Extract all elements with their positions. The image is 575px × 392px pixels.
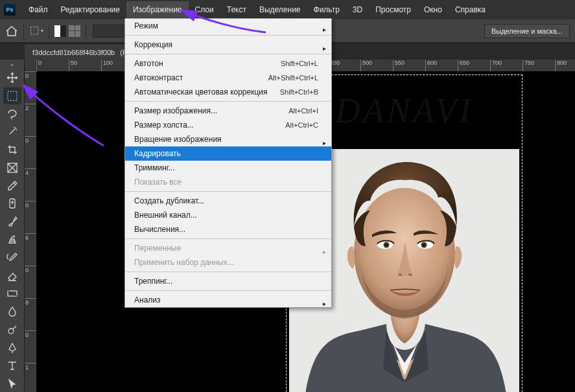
menu-item-анализ[interactable]: Анализ	[125, 293, 331, 307]
pen-tool[interactable]	[3, 340, 21, 356]
lasso-tool[interactable]	[3, 106, 21, 122]
brush-tool[interactable]	[3, 213, 21, 230]
svg-point-13	[423, 244, 425, 246]
marquee-dropdown[interactable]: ▾	[29, 24, 43, 38]
menu-item-вычисления-[interactable]: Вычисления...	[125, 222, 331, 236]
eyedropper-tool[interactable]	[3, 178, 21, 194]
menu-layers[interactable]: Слои	[189, 1, 220, 18]
feather-dropdown[interactable]	[93, 25, 125, 38]
svg-point-5	[8, 329, 14, 334]
menu-item-создать-дубликат-[interactable]: Создать дубликат...	[125, 194, 331, 208]
gradient-tool[interactable]	[3, 285, 21, 302]
menu-item-тримминг-[interactable]: Тримминг...	[125, 161, 331, 175]
document-tab-title: f3ddccfd81b668f46b3f00b	[32, 49, 115, 56]
menu-item-показать-все: Показать все	[125, 175, 331, 189]
menu-edit[interactable]: Редактирование	[54, 1, 126, 18]
home-icon[interactable]	[5, 25, 18, 37]
new-selection-icon[interactable]	[54, 25, 66, 37]
menu-item-размер-изображения-[interactable]: Размер изображения...Alt+Ctrl+I	[125, 104, 331, 118]
menu-image[interactable]: Изображение	[126, 1, 189, 18]
eraser-tool[interactable]	[3, 268, 21, 284]
menu-item-коррекция[interactable]: Коррекция	[125, 38, 331, 52]
svg-point-10	[385, 244, 388, 246]
select-and-mask-button[interactable]: Выделение и маска...	[484, 24, 570, 38]
menu-item-режим[interactable]: Режим	[125, 19, 331, 33]
add-selection-icon[interactable]	[69, 25, 80, 37]
toolbar-chevron-icon[interactable]: »	[7, 62, 18, 68]
ruler-corner	[25, 60, 36, 71]
svg-point-14	[398, 273, 402, 276]
menu-item-треппинг-[interactable]: Треппинг...	[125, 274, 331, 288]
menu-window[interactable]: Окно	[417, 1, 449, 18]
menu-item-автоматическая-цветовая-коррекция[interactable]: Автоматическая цветовая коррекцияShift+C…	[125, 85, 331, 99]
frame-tool[interactable]	[3, 159, 21, 176]
svg-rect-1	[8, 91, 17, 100]
dodge-tool[interactable]	[3, 321, 21, 338]
marquee-tool[interactable]	[3, 87, 21, 104]
menu-file[interactable]: Файл	[22, 1, 54, 18]
crop-tool[interactable]	[3, 141, 21, 158]
ruler-vertical: 02040608010121416	[25, 71, 36, 392]
image-menu-dropdown: РежимКоррекцияАвтотонShift+Ctrl+LАвтокон…	[124, 18, 332, 308]
menu-help[interactable]: Справка	[449, 1, 492, 18]
menu-select[interactable]: Выделение	[253, 1, 307, 18]
path-selection-tool[interactable]	[3, 375, 21, 392]
app-logo: Ps	[4, 4, 16, 16]
menu-text[interactable]: Текст	[220, 1, 253, 18]
blur-tool[interactable]	[3, 303, 21, 320]
menu-item-вращение-изображения[interactable]: Вращение изображения	[125, 132, 331, 146]
history-brush-tool[interactable]	[3, 249, 21, 266]
menu-view[interactable]: Просмотр	[369, 1, 417, 18]
menu-item-внешний-канал-[interactable]: Внешний канал...	[125, 208, 331, 222]
menu-item-применить-набор-данных-: Применить набор данных...	[125, 255, 331, 270]
menu-item-переменные: Переменные	[125, 241, 331, 255]
menu-filter[interactable]: Фильтр	[307, 1, 346, 18]
move-tool[interactable]	[3, 69, 21, 86]
menubar: Ps Файл Редактирование Изображение Слои …	[0, 0, 575, 19]
menu-item-автотон[interactable]: АвтотонShift+Ctrl+L	[125, 56, 331, 71]
toolbar: »	[0, 60, 25, 392]
magic-wand-tool[interactable]	[3, 124, 21, 141]
menu-3d[interactable]: 3D	[346, 1, 369, 18]
menu-item-автоконтраст[interactable]: АвтоконтрастAlt+Shift+Ctrl+L	[125, 71, 331, 85]
healing-brush-tool[interactable]	[3, 196, 21, 213]
menu-item-размер-холста-[interactable]: Размер холста...Alt+Ctrl+C	[125, 118, 331, 132]
menu-item-кадрировать[interactable]: Кадрировать	[125, 146, 331, 161]
svg-rect-0	[30, 27, 38, 34]
clone-stamp-tool[interactable]	[3, 231, 21, 248]
type-tool[interactable]	[3, 357, 21, 374]
svg-point-15	[408, 273, 412, 276]
